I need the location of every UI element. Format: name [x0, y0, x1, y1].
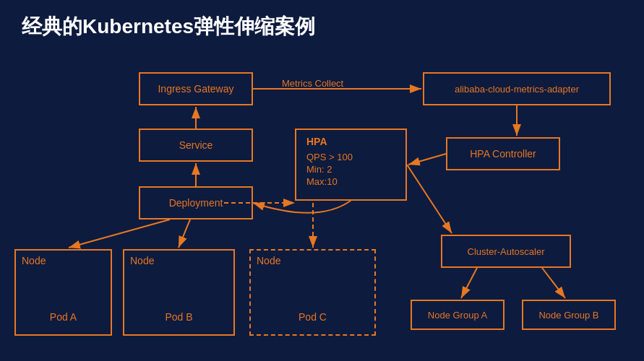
svg-line-12	[542, 268, 565, 298]
node-c-box: Node Pod C	[249, 249, 376, 336]
node-a-box: Node Pod A	[14, 249, 112, 336]
pod-c-label: Pod C	[257, 311, 369, 323]
cluster-autoscaler-box: Cluster-Autoscaler	[441, 235, 571, 268]
hpa-controller-label: HPA Controller	[470, 148, 536, 160]
node-b-box: Node Pod B	[123, 249, 235, 336]
svg-line-7	[69, 219, 170, 248]
hpa-line2: Min: 2	[306, 164, 395, 175]
pod-b-label: Pod B	[130, 311, 228, 323]
pod-a-label: Pod A	[22, 311, 105, 323]
hpa-box: HPA QPS > 100 Min: 2 Max:10	[295, 129, 407, 201]
node-group-b-label: Node Group B	[538, 310, 598, 321]
hpa-controller-box: HPA Controller	[446, 137, 560, 170]
svg-line-4	[408, 154, 446, 165]
page-title: 经典的Kubernetes弹性伸缩案例	[22, 13, 315, 40]
service-box: Service	[139, 129, 253, 162]
ingress-gateway-label: Ingress Gateway	[158, 83, 233, 95]
hpa-line1: QPS > 100	[306, 152, 395, 162]
metrics-collect-label: Metrics Collect	[282, 78, 343, 89]
node-group-a-label: Node Group A	[428, 310, 487, 321]
cluster-autoscaler-label: Cluster-Autoscaler	[468, 246, 545, 257]
node-c-label: Node	[257, 255, 280, 266]
service-label: Service	[179, 139, 213, 151]
svg-line-11	[461, 268, 477, 298]
alibaba-adapter-box: alibaba-cloud-metrics-adapter	[423, 72, 611, 105]
node-a-label: Node	[22, 255, 46, 266]
svg-line-13	[407, 165, 452, 233]
hpa-line3: Max:10	[306, 176, 395, 187]
svg-line-8	[179, 219, 190, 248]
deployment-box: Deployment	[139, 186, 253, 219]
node-group-b-box: Node Group B	[522, 300, 616, 330]
node-group-a-box: Node Group A	[411, 300, 505, 330]
hpa-title: HPA	[306, 136, 395, 147]
node-b-label: Node	[130, 255, 154, 266]
deployment-label: Deployment	[169, 197, 223, 209]
ingress-gateway-box: Ingress Gateway	[139, 72, 253, 105]
alibaba-adapter-label: alibaba-cloud-metrics-adapter	[455, 84, 579, 95]
